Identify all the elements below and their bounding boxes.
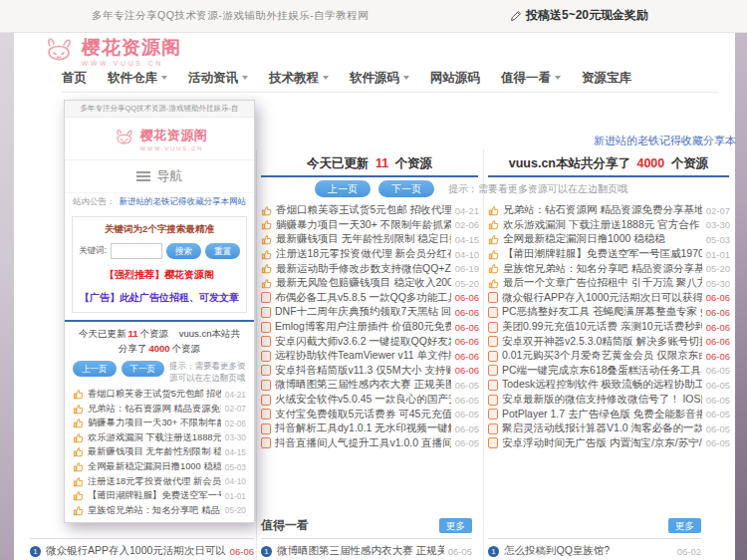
promo-line[interactable]: 【强烈推荐】樱花资源阁	[79, 268, 240, 282]
more-button[interactable]: 更多	[668, 518, 701, 533]
item-title[interactable]: 香烟口粮芙蓉王试货5元包邮 招收代理	[276, 203, 451, 217]
list-item[interactable]: 欢乐游戏漏洞 下载注册送1888元 官方合作03-30	[488, 218, 730, 233]
list-item[interactable]: 安卓双开神器v2.5.3.0精简版 解决多账号切换06-06	[488, 334, 730, 349]
item-title[interactable]: 皇族馆兄弟站：知名分享吧 精品资源分享	[88, 504, 221, 517]
item-title[interactable]: 火绒安全软件v5.0.45 一款良心的国产安全软件	[275, 393, 451, 407]
list-item[interactable]: PotPlayer 1.7 去广告绿色版 免费全能影音播06-05	[488, 407, 730, 421]
item-title[interactable]: 躺赚暴力项目一天30+ 不限制年龄抓紧上车	[276, 218, 451, 232]
prev-page-button[interactable]: 上一页	[315, 180, 371, 197]
item-title[interactable]: 【莆田潮牌鞋服】免费送空军一号匡威	[88, 489, 221, 502]
nav-item-4[interactable]: 软件源码	[350, 70, 409, 87]
list-item[interactable]: 全网最新稳定漏洞日撸1000 稳稳稳05-03	[73, 459, 246, 474]
list-item[interactable]: 安卓最新版的微信支持修改微信号了！ IOS版06-05	[488, 393, 730, 408]
list-item[interactable]: 躺赚暴力项目一天30+ 不限制年龄抓紧上车02-06	[261, 218, 479, 233]
list-item[interactable]: 兄弟站：钻石资源网 精品资源免费分享基地02-07	[488, 203, 730, 218]
popup-nav-toggle[interactable]: 导航	[65, 160, 254, 193]
list-item[interactable]: 聚启灵活动线报计算器V1.0 淘客必备的一款软06-05	[488, 421, 730, 436]
popup-announcement-link[interactable]: 新进站的老铁记得收藏分享本网站哦！	[120, 196, 247, 208]
item-title[interactable]: 兄弟站：钻石资源网 精品资源免费分享基	[88, 403, 221, 416]
list-item[interactable]: 最新赚钱项目 无年龄性别限制 稳定日撸300+04-15	[261, 232, 479, 247]
item-title[interactable]: 安卓最新版的微信支持修改微信号了！ IOS版	[502, 393, 702, 407]
item-title[interactable]: 支付宝免费领取5元话费券 可45元充值三网50	[275, 408, 451, 421]
item-title[interactable]: 兄弟站：钻石资源网 精品资源免费分享基地	[503, 203, 702, 217]
list-item[interactable]: 最新运动助手修改步数支持微信QQ+ZFB步06-19	[261, 261, 479, 276]
item-title[interactable]: 安卓抖音精简版v11.3 仅5M大小 支持账号登录	[275, 364, 451, 378]
item-title[interactable]: 香烟口粮芙蓉王试货5元包邮 招收代理	[88, 388, 221, 401]
item-title[interactable]: 怎么投稿到QQ皇族馆?	[504, 544, 673, 558]
submit-reward-link[interactable]: 投稿送5~20元现金奖励	[510, 7, 648, 24]
item-title[interactable]: 微博晒图第三届性感内衣大赛 正规美图等你欣	[275, 378, 451, 392]
list-item[interactable]: PC恶搞整好友工具 苍蝇爬满屏幕整蛊专家 效06-06	[488, 305, 730, 320]
item-title[interactable]: 远程协助软件TeamViewer v11 单文件版 方便	[275, 349, 451, 363]
list-item[interactable]: 安卓抖音精简版v11.3 仅5M大小 支持账号登录06-06	[261, 364, 479, 379]
list-item[interactable]: 最新无风险包赔赚钱项目 稳定收入200-500元05-20	[261, 276, 479, 291]
item-title[interactable]: 微众银行APP存入1000元活期次日可以获得无门	[46, 544, 226, 558]
item-title[interactable]: 最新赚钱项目 无年龄性别限制 稳定日撸	[88, 445, 221, 458]
list-item[interactable]: Todesk远程控制软件 极致流畅的远程协助工具06-05	[488, 378, 730, 393]
item-title[interactable]: 欢乐游戏漏洞 下载注册送1888元 官方合作	[503, 218, 702, 232]
item-title[interactable]: 注册送18元零投资做代理 新会员分红存1000	[276, 247, 451, 261]
popup-prev-page-button[interactable]: 上一页	[73, 361, 117, 377]
nav-item-3[interactable]: 技术教程	[269, 70, 329, 87]
list-item[interactable]: DNF十二周年庆典预约领取7天黑钻 回归用户06-06	[261, 305, 479, 320]
item-title[interactable]: PotPlayer 1.7 去广告绿色版 免费全能影音播	[502, 408, 702, 421]
list-item[interactable]: 最新赚钱项目 无年龄性别限制 稳定日撸04-15	[73, 445, 246, 460]
item-title[interactable]: 【莆田潮牌鞋服】免费送空军一号匡威1970s	[503, 247, 702, 261]
list-item[interactable]: 美团0.99元充值10元话费 亲测10元话费秒到06-06	[488, 320, 730, 335]
item-title[interactable]: 欢乐游戏漏洞 下载注册送1888元 官方合	[88, 431, 221, 444]
item-title[interactable]: 注册送18元零投资做代理 新会员分红存	[88, 475, 221, 488]
list-item[interactable]: 支付宝免费领取5元话费券 可45元充值三网5006-05	[261, 407, 479, 421]
list-item[interactable]: 0.01元购买3个月爱奇艺黄金会员 仅限京东白06-06	[488, 349, 730, 364]
nav-item-0[interactable]: 首页	[62, 70, 87, 87]
item-title[interactable]: PC端一键完成京东618叠蛋糕活动任务工具	[502, 364, 702, 378]
nav-item-2[interactable]: 活动资讯	[188, 70, 248, 87]
list-item[interactable]: 微博晒图第三届性感内衣大赛 正规美图等你欣06-05	[261, 378, 479, 393]
list-item[interactable]: 【莆田潮牌鞋服】免费送空军一号匡威01-01	[73, 488, 246, 503]
list-item[interactable]: 皇族馆兄弟站：知名分享吧 精品资源分享05-20	[73, 503, 246, 518]
bottom-list-item[interactable]: 1怎么投稿到QQ皇族馆?06-02	[488, 541, 701, 560]
item-title[interactable]: 安卓浮动时间无广告版 内置淘宝/京东/苏宁/拼	[502, 436, 702, 450]
list-item[interactable]: Emlog博客用户注册插件 价值80元免费分享06-06	[261, 320, 479, 335]
popup-next-page-button[interactable]: 下一页	[122, 361, 165, 377]
item-title[interactable]: 全网最新稳定漏洞日撸1000 稳稳稳	[503, 232, 702, 246]
item-title[interactable]: 美团0.99元充值10元话费 亲测10元话费秒到	[502, 320, 702, 334]
item-title[interactable]: 聚启灵活动线报计算器V1.0 淘客必备的一款软	[502, 421, 702, 435]
list-item[interactable]: 抖音直播间人气提升工具v1.0.0 直播间自动发06-05	[261, 436, 479, 451]
item-title[interactable]: 微众银行APP存入1000元活期次日可以获得无	[502, 291, 702, 305]
item-title[interactable]: 布偶必备工具v5.8.5 一款QQ多功能工具软件	[275, 291, 451, 305]
item-title[interactable]: 最新无风险包赔赚钱项目 稳定收入200-500元	[276, 276, 451, 290]
next-page-button[interactable]: 下一页	[378, 180, 434, 197]
announcement-link[interactable]: 新进站的老铁记得收藏分享本	[594, 134, 736, 148]
list-item[interactable]: 【莆田潮牌鞋服】免费送空军一号匡威1970s01-01	[488, 247, 730, 262]
reset-button[interactable]: 重置	[205, 243, 240, 259]
item-title[interactable]: 最新运动助手修改步数支持微信QQ+ZFB步	[276, 262, 451, 276]
nav-item-7[interactable]: 资源宝库	[582, 70, 631, 87]
list-item[interactable]: 抖音解析工具dy1.0.1 无水印视频一键解析软件06-05	[261, 421, 479, 436]
search-input[interactable]	[111, 243, 162, 259]
item-title[interactable]: Emlog博客用户注册插件 价值80元免费分享	[275, 320, 451, 334]
nav-item-6[interactable]: 值得一看	[501, 70, 561, 87]
list-item[interactable]: 全网最新稳定漏洞日撸1000 稳稳稳05-03	[488, 232, 730, 247]
item-title[interactable]: 最新赚钱项目 无年龄性别限制 稳定日撸300+	[276, 232, 451, 246]
item-title[interactable]: DNF十二周年庆典预约领取7天黑钻 回归用户	[275, 305, 451, 319]
item-title[interactable]: 全网最新稳定漏洞日撸1000 稳稳稳	[88, 460, 221, 473]
bottom-list-item[interactable]: 1微博晒图第三届性感内衣大赛 正规美图等你欣赏06-05	[261, 541, 472, 560]
item-title[interactable]: 安卓双开神器v2.5.3.0精简版 解决多账号切换	[502, 335, 702, 349]
item-title[interactable]: 躺赚暴力项目一天30+ 不限制年龄抓紧上	[88, 417, 221, 429]
search-button[interactable]: 搜索	[166, 243, 201, 259]
nav-item-5[interactable]: 网站源码	[430, 70, 480, 87]
list-item[interactable]: 欢乐游戏漏洞 下载注册送1888元 官方合03-30	[73, 430, 246, 445]
list-item[interactable]: 注册送18元零投资做代理 新会员分红存100004-10	[261, 247, 479, 262]
list-item[interactable]: 微众银行APP存入1000元活期次日可以获得无06-06	[488, 291, 730, 306]
list-item[interactable]: 香烟口粮芙蓉王试货5元包邮 招收代理04-21	[261, 203, 479, 218]
list-item[interactable]: 最后一个文章广告位招租中 引千万流 聚八方05-30	[488, 276, 730, 291]
list-item[interactable]: 安卓闪截大师v3.6.2 一键提取QQ好友发的闪照06-06	[261, 334, 479, 349]
list-item[interactable]: 注册送18元零投资做代理 新会员分红存04-10	[73, 474, 246, 489]
item-title[interactable]: 0.01元购买3个月爱奇艺黄金会员 仅限京东白	[502, 349, 702, 363]
list-item[interactable]: 躺赚暴力项目一天30+ 不限制年龄抓紧上02-06	[73, 417, 246, 431]
popup-logo[interactable]: 樱花资源阁 WWW.VUUS.CN	[65, 118, 254, 160]
ad-line[interactable]: 【广告】此处广告位招租、可发文章	[79, 291, 240, 305]
nav-item-1[interactable]: 软件仓库	[108, 70, 167, 87]
list-item[interactable]: 安卓浮动时间无广告版 内置淘宝/京东/苏宁/拼06-05	[488, 436, 730, 451]
item-title[interactable]: 抖音直播间人气提升工具v1.0.0 直播间自动发	[275, 436, 451, 450]
